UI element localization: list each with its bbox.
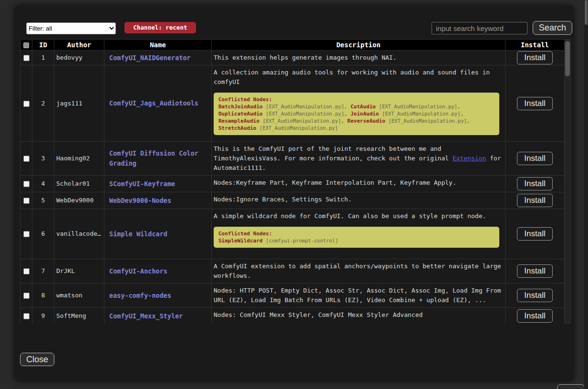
row-name-cell: ComfyUI_Jags_Audiotools <box>104 65 212 142</box>
description-text: A simple wildcard node for ComfyUI. Can … <box>214 211 501 221</box>
row-description: Nodes:Ignore Braces, Settings Switch. <box>212 192 505 209</box>
row-checkbox-cell <box>21 176 32 192</box>
row-author: wmatson <box>54 284 104 308</box>
row-checkbox[interactable] <box>23 313 30 319</box>
install-button[interactable]: Install <box>517 152 552 165</box>
header-install: Install <box>505 40 565 51</box>
row-install-cell: Install <box>505 142 565 176</box>
table-scrollbar[interactable] <box>564 39 571 324</box>
select-all-checkbox[interactable] <box>23 42 29 48</box>
extension-name-link[interactable]: ComfyUI_NAIDGenerator <box>109 54 191 62</box>
conflict-node-source: [EXT_AudioManipulation.py] <box>388 118 466 124</box>
conflict-node-name: ReverseAudio <box>347 118 385 124</box>
row-id: 1 <box>32 51 54 65</box>
description-text: Nodes: ComfyUI Mexx Styler, ComfyUI Mexx… <box>214 310 501 320</box>
install-button[interactable]: Install <box>517 97 552 110</box>
row-author: WebDev9000 <box>54 192 104 209</box>
row-description: Nodes:Keyframe Part, Keyframe Interpolat… <box>212 176 505 192</box>
row-id: 8 <box>32 284 54 308</box>
row-install-cell: Install <box>505 192 565 209</box>
description-text: Nodes: HTTP POST, Empty Dict, Assoc Str,… <box>214 286 501 305</box>
row-install-cell: Install <box>505 51 565 65</box>
conflicted-nodes-box: Conflicted Nodes:BatchJoinAudio [EXT_Aud… <box>214 93 499 135</box>
conflicted-nodes-box: Conflicted Nodes:SimpleWildcard [comfyui… <box>214 227 499 248</box>
description-text: A ComfyUI extension to add spatial ancho… <box>214 262 501 281</box>
row-checkbox-cell <box>21 259 32 284</box>
row-description: This extension helps generate images thr… <box>212 51 505 65</box>
conflict-node-name: DuplicateAudio <box>218 111 263 117</box>
row-checkbox[interactable] <box>23 198 30 204</box>
description-text: A collection amazing audio tools for wor… <box>214 68 501 87</box>
row-install-cell: Install <box>505 308 565 324</box>
row-id: 4 <box>32 176 54 192</box>
conflict-title: Conflicted Nodes: <box>218 230 495 237</box>
table-header-row: ID Author Name Description Install <box>21 40 565 51</box>
install-button[interactable]: Install <box>517 227 552 241</box>
row-author: Haoming02 <box>54 142 104 176</box>
close-button[interactable]: Close <box>20 353 54 366</box>
row-author: vanillacode… <box>54 209 104 259</box>
install-button[interactable]: Install <box>517 264 552 278</box>
row-checkbox[interactable] <box>23 268 30 274</box>
row-checkbox[interactable] <box>23 231 30 237</box>
custom-nodes-table: ID Author Name Description Install 1bedo… <box>20 39 564 324</box>
install-button[interactable]: Install <box>517 309 552 323</box>
page-scrollbar-thumb[interactable] <box>585 0 588 25</box>
extension-name-link[interactable]: easy-comfy-nodes <box>109 292 171 299</box>
install-button[interactable]: Install <box>517 51 552 64</box>
row-author: bedovyy <box>54 51 104 65</box>
description-link[interactable]: Extension <box>453 155 486 162</box>
install-button[interactable]: Install <box>517 194 552 207</box>
extension-name-link[interactable]: ComfyUI_Jags_Audiotools <box>109 99 198 107</box>
install-button[interactable]: Install <box>517 289 552 302</box>
row-name-cell: easy-comfy-nodes <box>104 284 212 308</box>
table-row: 6vanillacode…Simple WildcardA simple wil… <box>21 209 565 259</box>
extension-name-link[interactable]: SComfyUI-Keyframe <box>109 180 175 188</box>
row-checkbox[interactable] <box>23 181 30 187</box>
clipped-button[interactable] <box>557 384 585 389</box>
row-checkbox[interactable] <box>23 293 30 299</box>
header-name: Name <box>104 40 212 51</box>
table-row: 3Haoming02ComfyUI Diffusion Color Gradin… <box>21 142 565 176</box>
row-checkbox-cell <box>21 142 32 176</box>
filter-select[interactable]: Filter: all <box>26 22 116 34</box>
row-name-cell: ComfyUI_Mexx_Styler <box>104 308 212 324</box>
conflict-title: Conflicted Nodes: <box>218 96 495 103</box>
install-button[interactable]: Install <box>517 177 552 190</box>
row-install-cell: Install <box>505 65 565 142</box>
extension-name-link[interactable]: WebDev9000-Nodes <box>109 197 171 204</box>
row-name-cell: ComfyUI Diffusion Color Grading <box>104 142 212 176</box>
row-checkbox[interactable] <box>23 156 30 162</box>
row-checkbox-cell <box>21 65 32 142</box>
table-row: 9SoftMengComfyUI_Mexx_StylerNodes: Comfy… <box>21 308 565 324</box>
row-checkbox-cell <box>21 209 32 259</box>
extension-name-link[interactable]: ComfyUI Diffusion Color Grading <box>109 149 198 167</box>
row-name-cell: SComfyUI-Keyframe <box>104 176 212 192</box>
row-description: Nodes: ComfyUI Mexx Styler, ComfyUI Mexx… <box>212 308 505 324</box>
row-install-cell: Install <box>505 209 565 259</box>
extension-name-link[interactable]: ComfyUI-Anchors <box>109 267 167 275</box>
table-row: 2jags111ComfyUI_Jags_AudiotoolsA collect… <box>21 65 565 142</box>
conflict-node-source: [comfyui-prompt-control] <box>266 238 338 243</box>
row-id: 9 <box>32 308 54 324</box>
search-input[interactable] <box>432 22 527 34</box>
extension-name-link[interactable]: Simple Wildcard <box>109 230 167 238</box>
row-id: 3 <box>32 142 54 176</box>
row-name-cell: WebDev9000-Nodes <box>104 192 212 209</box>
row-checkbox[interactable] <box>23 55 30 61</box>
row-checkbox[interactable] <box>23 101 30 107</box>
row-author: jags111 <box>54 65 104 142</box>
row-description: A collection amazing audio tools for wor… <box>212 65 505 142</box>
description-text: Nodes:Keyframe Part, Keyframe Interpolat… <box>214 178 501 188</box>
description-text: Nodes:Ignore Braces, Settings Switch. <box>214 195 501 204</box>
row-description: A ComfyUI extension to add spatial ancho… <box>212 259 505 284</box>
conflict-node-source: [EXT_AudioManipulation.py] <box>382 111 460 116</box>
page-scrollbar[interactable] <box>584 0 588 389</box>
table-row: 4Scholar01SComfyUI-KeyframeNodes:Keyfram… <box>21 176 565 192</box>
conflict-node-source: [EXT_AudioManipulation.py] <box>266 111 344 116</box>
search-button[interactable]: Search <box>533 21 572 35</box>
row-checkbox-cell <box>21 284 32 308</box>
table-scrollbar-thumb[interactable] <box>565 41 570 76</box>
table-row: 7DrJKLComfyUI-AnchorsA ComfyUI extension… <box>21 259 565 284</box>
extension-name-link[interactable]: ComfyUI_Mexx_Styler <box>109 312 183 320</box>
